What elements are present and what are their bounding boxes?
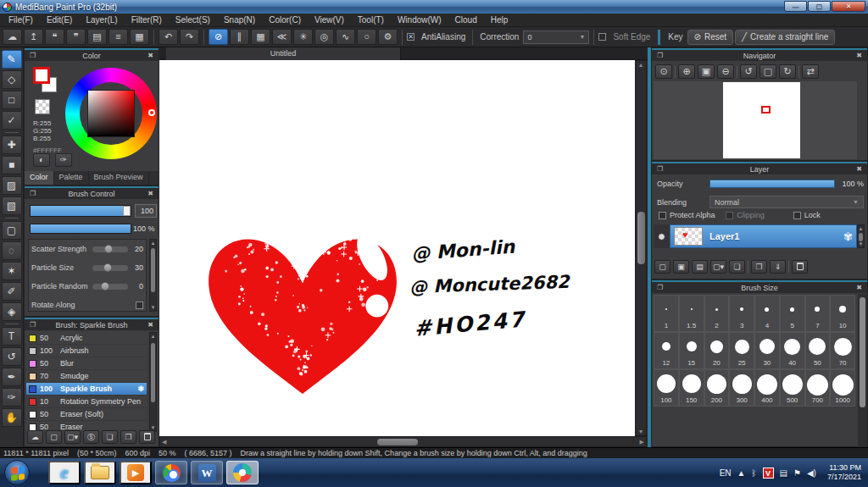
brush-item-sparkle-brush[interactable]: 100Sparkle Brush✾ — [26, 383, 147, 396]
zoom-in-icon[interactable]: ⊕ — [678, 64, 695, 79]
slider-thumb[interactable] — [123, 206, 131, 216]
eraser-tool[interactable]: ◇ — [2, 70, 22, 89]
snap-grid-icon[interactable]: ▦ — [251, 29, 270, 45]
upload-brush-icon[interactable]: ☁ — [27, 430, 43, 444]
param-slider[interactable] — [92, 265, 128, 271]
brush-size-5[interactable]: 5 — [780, 295, 805, 332]
undo-icon[interactable]: ↶ — [159, 29, 178, 45]
merge-layer-icon[interactable]: ⇓ — [770, 260, 786, 274]
hand-tool[interactable]: ✋ — [2, 408, 22, 427]
reset-button[interactable]: ⊘ Reset — [687, 30, 734, 45]
close-icon[interactable]: ✖ — [146, 320, 155, 329]
brush-size-100[interactable]: 100 — [654, 369, 679, 407]
checkbox-protect-alpha[interactable]: Protect Alpha — [659, 211, 726, 219]
blending-dropdown[interactable]: Normal ▼ — [709, 196, 864, 208]
add-layer-menu-icon[interactable]: ▢▾ — [710, 260, 726, 274]
taskbar-windows-explorer[interactable] — [84, 461, 116, 484]
brush-size-10[interactable]: 10 — [830, 295, 855, 332]
viewport-rectangle[interactable] — [761, 106, 771, 113]
brush-size-70[interactable]: 70 — [830, 332, 855, 369]
scrollbar[interactable]: ▲ ▼ — [149, 239, 157, 312]
fill-rect-tool[interactable]: ■ — [2, 156, 22, 174]
brush-item-rotation-symmetry-pen[interactable]: 10Rotation Symmetry Pen — [26, 396, 147, 408]
close-icon[interactable]: ✖ — [854, 283, 864, 292]
menu-cloud[interactable]: Cloud — [448, 14, 484, 27]
param-checkbox[interactable] — [136, 302, 143, 309]
scroll-right-icon[interactable]: ▶ — [640, 439, 644, 445]
taskbar-medibang[interactable] — [226, 461, 259, 484]
volume-icon[interactable]: ◀) — [807, 468, 816, 478]
taskbar-chrome[interactable] — [155, 461, 187, 484]
pen-tool[interactable]: ✒ — [2, 368, 22, 386]
new-layer-icon[interactable]: ▢ — [654, 260, 670, 274]
magic-wand-tool[interactable]: ✶ — [2, 262, 22, 280]
popout-icon[interactable]: ❐ — [655, 283, 665, 292]
brush-size-20[interactable]: 20 — [704, 332, 730, 369]
close-icon[interactable]: ✖ — [854, 164, 864, 174]
foreground-color-swatch[interactable] — [33, 67, 50, 84]
bluetooth-icon[interactable]: ᛒ — [752, 468, 757, 478]
scroll-down-icon[interactable]: ▼ — [636, 429, 646, 434]
tab-brush-preview[interactable]: Brush Preview — [89, 171, 149, 185]
layer-visibility-toggle[interactable] — [658, 233, 665, 241]
gear-icon[interactable]: ✾ — [137, 385, 144, 393]
navigator-thumbnail[interactable] — [723, 82, 800, 158]
brush-size-150[interactable]: 150 — [679, 369, 704, 407]
snap-radial-icon[interactable]: ✳ — [293, 29, 313, 45]
select-eraser-tool[interactable]: ◈ — [2, 302, 22, 321]
move-tool[interactable]: ✚ — [2, 136, 22, 154]
snap-curve-icon[interactable]: ∿ — [336, 29, 355, 45]
gear-icon[interactable]: ✾ — [843, 230, 853, 243]
scroll-thumb[interactable] — [860, 297, 865, 407]
brush-size-15[interactable]: 15 — [679, 332, 704, 369]
cloud-icon[interactable]: ☁ — [3, 29, 22, 45]
slider-thumb[interactable] — [101, 282, 109, 291]
brush-size-1000[interactable]: 1000 — [830, 369, 855, 407]
taskbar-internet-explorer[interactable]: e — [48, 461, 81, 484]
scroll-thumb[interactable] — [637, 212, 645, 264]
bucket-tool[interactable]: ▨ — [2, 176, 22, 195]
flip-canvas-icon[interactable]: ⇄ — [802, 64, 819, 79]
tab-palette[interactable]: Palette — [54, 171, 89, 185]
brush-size-30[interactable]: 30 — [754, 332, 780, 369]
chat-icon[interactable]: ❞ — [66, 29, 86, 45]
menu-edit[interactable]: Edit(E) — [40, 14, 80, 27]
snap-settings-icon[interactable]: ⚙ — [378, 29, 398, 45]
transform-tool[interactable]: ↺ — [2, 347, 22, 366]
scroll-up-icon[interactable]: ▲ — [636, 62, 646, 68]
brush-tool[interactable]: ✎ — [2, 50, 22, 69]
snap-off-icon[interactable]: ⊘ — [209, 29, 228, 45]
param-slider[interactable] — [92, 246, 128, 252]
brush-size-value[interactable]: 100 — [135, 204, 157, 218]
duplicate-layer-icon[interactable]: ❐ — [751, 260, 767, 274]
menu-window[interactable]: Window(W) — [391, 14, 448, 27]
scroll-thumb[interactable] — [151, 343, 155, 402]
snap-concentric-icon[interactable]: ◎ — [314, 29, 334, 45]
brush-size-7[interactable]: 7 — [805, 295, 831, 332]
scrollbar[interactable]: ▲ ▼ — [149, 332, 157, 432]
snap-parallel-icon[interactable]: ∥ — [230, 29, 249, 45]
menu-layer[interactable]: Layer(L) — [79, 14, 124, 27]
brush-size-200[interactable]: 200 — [704, 369, 730, 407]
popout-icon[interactable]: ❐ — [28, 189, 37, 198]
scroll-down-icon[interactable]: ▼ — [858, 241, 864, 247]
new-brush-menu-icon[interactable]: ▢▾ — [64, 430, 81, 444]
popout-icon[interactable]: ❐ — [28, 51, 37, 60]
menu-tool[interactable]: Tool(T) — [351, 14, 391, 27]
lasso-tool[interactable]: ◌ — [2, 241, 22, 260]
close-icon[interactable]: ✖ — [854, 51, 864, 60]
brush-size-500[interactable]: 500 — [780, 369, 805, 407]
layer-row-layer1[interactable]: ♥ Layer1 ✾ — [670, 224, 857, 248]
slider-thumb[interactable] — [104, 245, 113, 253]
rotate-left-icon[interactable]: ↺ — [740, 64, 757, 79]
brush-folder-icon[interactable]: ❏ — [102, 430, 118, 444]
maximize-button[interactable]: ▢ — [808, 1, 831, 12]
brush-size-12[interactable]: 12 — [654, 332, 679, 369]
new-halftone-layer-icon[interactable]: ▣ — [673, 260, 689, 274]
menu-filter[interactable]: Filter(R) — [125, 14, 169, 27]
text-tool[interactable]: T — [2, 327, 22, 346]
brush-opacity-slider[interactable] — [30, 224, 131, 234]
scroll-left-icon[interactable]: ◀ — [162, 439, 166, 445]
slider-thumb[interactable] — [103, 263, 112, 272]
menu-view[interactable]: View(V) — [308, 14, 351, 27]
